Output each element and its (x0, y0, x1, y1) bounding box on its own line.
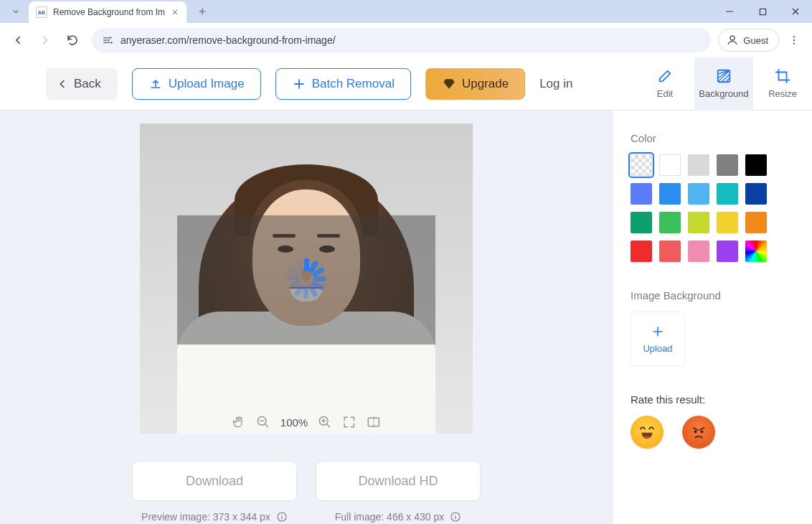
nav-back-button[interactable] (6, 28, 30, 52)
canvas-area: 100% Download Preview image: 373 x 344 p… (0, 111, 613, 524)
color-swatch-coral[interactable] (659, 240, 681, 262)
upload-bg-button[interactable]: Upload (631, 312, 685, 366)
svg-point-5 (793, 36, 795, 37)
upload-image-button[interactable]: Upload Image (132, 68, 261, 100)
url-text: anyeraser.com/remove-background-from-ima… (121, 34, 336, 46)
preview-info: Preview image: 373 x 344 px (141, 511, 288, 523)
background-panel: Color Image Background Upload Rate this … (613, 111, 812, 524)
upgrade-button[interactable]: Upgrade (425, 68, 525, 100)
plus-icon (292, 77, 306, 91)
color-swatch-red[interactable] (631, 240, 652, 262)
site-settings-icon[interactable] (102, 34, 113, 46)
back-button[interactable]: Back (46, 68, 118, 100)
tool-tabs: Edit Background Resize (636, 57, 812, 111)
laughing-emoji-icon (636, 421, 658, 443)
color-swatches (631, 154, 795, 262)
color-swatch-white[interactable] (659, 154, 681, 176)
color-swatch-light-gray[interactable] (688, 154, 709, 176)
window-controls (713, 0, 812, 23)
browser-tab[interactable]: AE Remove Background from Im (29, 1, 187, 23)
guest-profile-button[interactable]: Guest (718, 29, 779, 52)
color-swatch-teal[interactable] (631, 212, 652, 233)
color-swatch-black[interactable] (745, 154, 767, 176)
diamond-icon (442, 77, 456, 91)
plus-icon (651, 324, 665, 339)
rate-angry-button[interactable] (682, 416, 715, 449)
nav-forward-button[interactable] (33, 28, 57, 52)
photo-canvas[interactable]: 100% (140, 123, 473, 434)
address-bar-row: anyeraser.com/remove-background-from-ima… (0, 23, 812, 57)
fullscreen-icon[interactable] (342, 415, 357, 429)
tab-edit[interactable]: Edit (636, 57, 694, 111)
zoom-in-icon[interactable] (318, 415, 332, 429)
tab-background[interactable]: Background (694, 57, 753, 111)
main-area: 100% Download Preview image: 373 x 344 p… (0, 111, 812, 524)
maximize-button[interactable] (746, 0, 779, 23)
tab-close-icon[interactable] (171, 8, 179, 17)
color-swatch-cyan[interactable] (717, 183, 738, 205)
back-label: Back (74, 77, 101, 91)
edit-icon (657, 68, 673, 84)
tab-background-label: Background (699, 88, 748, 99)
guest-label: Guest (743, 35, 768, 46)
upload-icon (148, 77, 163, 91)
color-swatch-transparent[interactable] (631, 154, 652, 176)
color-swatch-light-blue[interactable] (688, 183, 709, 205)
svg-rect-0 (760, 9, 765, 14)
omnibox[interactable]: anyeraser.com/remove-background-from-ima… (92, 28, 711, 52)
zoom-level: 100% (280, 416, 308, 429)
reload-button[interactable] (60, 28, 85, 52)
compare-icon[interactable] (367, 415, 381, 429)
preview-info-text: Preview image: 373 x 344 px (141, 511, 270, 523)
svg-point-4 (730, 36, 735, 40)
color-swatch-gray[interactable] (717, 154, 738, 176)
image-bg-title: Image Background (631, 289, 795, 301)
color-swatch-yellow[interactable] (717, 212, 738, 233)
download-hd-button[interactable]: Download HD (316, 461, 481, 501)
batch-label: Batch Removal (312, 77, 395, 91)
kebab-icon (788, 34, 800, 46)
svg-point-7 (793, 42, 795, 44)
chevron-down-icon (11, 6, 21, 17)
color-swatch-blue[interactable] (631, 183, 652, 205)
app-toolbar: Back Upload Image Batch Removal Upgrade … (0, 57, 812, 111)
color-swatch-sky[interactable] (659, 183, 681, 205)
new-tab-button[interactable] (192, 1, 212, 22)
browser-more-button[interactable] (782, 28, 806, 52)
tab-title: Remove Background from Im (53, 7, 166, 17)
login-link[interactable]: Log in (539, 77, 572, 91)
color-swatch-pink[interactable] (688, 240, 709, 262)
rate-happy-button[interactable] (631, 416, 664, 449)
info-icon[interactable] (276, 511, 288, 523)
tab-resize[interactable]: Resize (753, 57, 812, 111)
angry-emoji-icon (688, 421, 709, 443)
batch-removal-button[interactable]: Batch Removal (275, 68, 411, 100)
svg-point-1 (110, 37, 112, 39)
color-swatch-green[interactable] (659, 212, 681, 233)
hand-tool-icon[interactable] (232, 415, 246, 429)
hd-info-text: Full image: 466 x 430 px (335, 511, 445, 523)
svg-point-3 (110, 42, 113, 44)
color-swatch-rainbow[interactable] (745, 240, 767, 262)
info-icon[interactable] (450, 511, 461, 523)
color-swatch-orange[interactable] (745, 212, 767, 233)
color-swatch-purple[interactable] (717, 240, 738, 262)
color-swatch-lime[interactable] (688, 212, 709, 233)
favicon-icon: AE (36, 6, 47, 18)
minimize-button[interactable] (713, 0, 746, 23)
hd-info: Full image: 466 x 430 px (335, 511, 462, 523)
chevron-left-icon (57, 78, 68, 90)
download-button[interactable]: Download (132, 461, 297, 501)
close-window-button[interactable] (779, 0, 812, 23)
download-label: Download (186, 474, 243, 489)
zoom-out-icon[interactable] (256, 415, 270, 429)
tabs-dropdown[interactable] (6, 1, 26, 22)
color-title: Color (631, 132, 795, 144)
tab-resize-label: Resize (768, 88, 797, 99)
download-row: Download Preview image: 373 x 344 px Dow… (132, 461, 481, 523)
person-icon (726, 34, 739, 47)
color-swatch-navy[interactable] (745, 183, 767, 205)
svg-point-2 (108, 39, 110, 42)
background-icon (716, 68, 732, 84)
rate-row (631, 416, 795, 449)
